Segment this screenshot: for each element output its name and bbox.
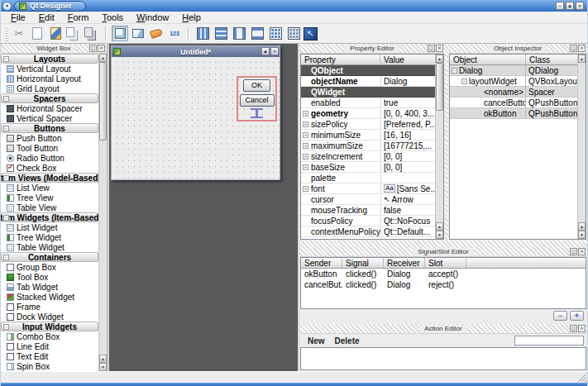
expand-icon[interactable]: +	[303, 186, 308, 192]
object-row[interactable]: −Dialog QDialog	[450, 65, 577, 76]
toolbar-handle[interactable]	[5, 26, 8, 41]
scroll-down-icon[interactable]: ▼	[436, 231, 443, 239]
widget-box-row[interactable]: − Input Widgets	[1, 322, 98, 331]
edit-signals-slots-icon[interactable]	[130, 26, 146, 41]
column-header[interactable]: Value	[380, 55, 435, 64]
close-panel-icon[interactable]: ×	[578, 248, 586, 255]
widget-box-scrollbar[interactable]: ▲ ▲ ▼	[98, 54, 107, 371]
widget-box-row[interactable]: − Spacers	[1, 93, 98, 103]
layout-vertical-splitter-icon[interactable]	[249, 26, 265, 41]
widget-box-row[interactable]: Stacked Widget	[1, 292, 98, 302]
column-header[interactable]: Signal	[342, 258, 384, 268]
section-collapse-icon[interactable]: −	[3, 324, 9, 330]
expand-icon[interactable]: +	[303, 132, 308, 138]
widget-box-row[interactable]: − Item Views (Model-Based)	[1, 173, 98, 183]
property-value[interactable]: true	[381, 98, 435, 107]
layout-grid-icon[interactable]	[267, 26, 284, 41]
section-collapse-icon[interactable]: −	[3, 175, 9, 181]
widget-box-row[interactable]: Tool Button	[1, 143, 98, 153]
property-value[interactable]: [16777215,...	[381, 141, 435, 150]
expand-icon[interactable]: +	[303, 154, 308, 160]
widget-box-titlebar[interactable]: Widget Box ◻ ×	[1, 44, 107, 54]
delete-action-button[interactable]: Delete	[335, 336, 360, 345]
widget-box-row[interactable]: List View	[1, 183, 98, 193]
ok-button[interactable]: OK	[243, 79, 270, 92]
property-value[interactable]: [0, 0]	[381, 152, 435, 161]
object-row[interactable]: cancelButton QPushButton	[450, 98, 577, 108]
cancel-button[interactable]: Cancel	[240, 94, 275, 107]
form-shade-button[interactable]: ▲	[261, 47, 270, 55]
layout-horizontal-icon[interactable]	[194, 26, 211, 41]
scroll-down-icon[interactable]: ▼	[99, 363, 107, 371]
widget-box-row[interactable]: Radio Button	[1, 153, 98, 163]
scroll-up-icon[interactable]: ▲	[578, 222, 586, 231]
close-button[interactable]: ×	[576, 2, 584, 10]
widget-box-row[interactable]: Horizontal Spacer	[1, 103, 98, 113]
widget-box-row[interactable]: Vertical Layout	[1, 64, 98, 74]
widget-box-row[interactable]: Tab Widget	[1, 282, 98, 292]
widget-box-row[interactable]: Group Box	[1, 262, 98, 272]
collapse-icon[interactable]: −	[461, 79, 467, 84]
menu-item[interactable]: Window	[130, 12, 175, 22]
column-header[interactable]: Slot	[425, 258, 466, 268]
property-row[interactable]: enabled true	[301, 98, 435, 108]
section-collapse-icon[interactable]: −	[3, 215, 9, 221]
property-row[interactable]: + baseSize [0, 0]	[301, 162, 435, 173]
column-header[interactable]: Sender	[301, 258, 342, 268]
selected-vbox-layout[interactable]: OK Cancel	[237, 76, 277, 122]
section-collapse-icon[interactable]: −	[3, 56, 9, 62]
paste-icon[interactable]	[84, 26, 100, 41]
expand-icon[interactable]: +	[303, 111, 308, 117]
menu-item[interactable]: Edit	[32, 12, 61, 22]
form-document-icon[interactable]	[47, 26, 64, 41]
property-value[interactable]: [0, 0]	[381, 163, 435, 172]
widget-box-row[interactable]: Spin Box	[1, 361, 98, 371]
panel-splitter[interactable]	[299, 241, 587, 247]
object-inspector-titlebar[interactable]: Object Inspector ◻ ×	[448, 44, 587, 54]
edit-widgets-icon[interactable]	[112, 26, 128, 41]
connection-row[interactable]: okButton clicked() Dialog accept()	[301, 269, 586, 279]
widget-box-row[interactable]: Table View	[1, 203, 98, 212]
form-canvas[interactable]: OK Cancel	[112, 57, 280, 179]
property-row[interactable]: QObject	[301, 65, 435, 76]
layout-vertical-icon[interactable]	[213, 26, 229, 41]
action-list[interactable]	[300, 347, 586, 370]
property-value[interactable]: Qt::NoFocus	[381, 217, 435, 226]
menu-item[interactable]: Help	[175, 12, 208, 22]
action-filter-input[interactable]	[514, 336, 584, 345]
widget-box-row[interactable]: Check Box	[1, 163, 98, 173]
property-row[interactable]: + sizePolicy [Preferred, P...	[301, 119, 435, 130]
section-collapse-icon[interactable]: −	[3, 96, 9, 102]
property-row[interactable]: mouseTracking false	[301, 205, 435, 216]
menu-item[interactable]: Form	[61, 12, 96, 22]
menu-item[interactable]: File	[4, 12, 32, 22]
widget-box-row[interactable]: − Layouts	[1, 54, 98, 64]
collapse-icon[interactable]: −	[452, 68, 457, 74]
property-editor-titlebar[interactable]: Property Editor ◻ ×	[299, 44, 445, 54]
property-row[interactable]: + maximumSize [16777215,...	[301, 141, 435, 151]
scroll-up-icon[interactable]: ▲	[99, 54, 107, 62]
close-panel-icon[interactable]: ×	[578, 325, 586, 332]
property-row[interactable]: cursor ↖Arrow	[301, 194, 435, 205]
object-inspector-scrollbar[interactable]: ▲ ▲ ▼	[577, 55, 586, 239]
adjust-size-icon[interactable]: ↖	[304, 27, 318, 41]
property-value[interactable]: [16, 16]	[381, 131, 435, 140]
widget-box-row[interactable]: Grid Layout	[1, 83, 98, 93]
break-layout-icon[interactable]	[285, 26, 302, 41]
window-menu-button[interactable]: ▾	[2, 2, 12, 11]
property-value[interactable]: Qt::Default...	[381, 227, 435, 236]
property-row[interactable]: palette	[301, 173, 435, 183]
menu-item[interactable]: Tools	[95, 12, 130, 22]
widget-box-row[interactable]: Text Edit	[1, 351, 98, 361]
property-row[interactable]: + font Aa[Sans Se...	[301, 183, 435, 194]
property-row[interactable]: focusPolicy Qt::NoFocus	[301, 216, 435, 226]
remove-connection-button[interactable]: −	[553, 311, 567, 321]
property-value[interactable]: Aa[Sans Se...	[381, 184, 435, 193]
object-row[interactable]: <noname> Spacer	[450, 87, 577, 98]
signal-slot-titlebar[interactable]: Signal/Slot Editor ◻ ×	[299, 247, 587, 257]
float-panel-icon[interactable]: ◻	[570, 45, 577, 52]
scrollbar-thumb[interactable]	[99, 62, 107, 141]
minimize-button[interactable]: −	[556, 2, 564, 10]
close-panel-icon[interactable]: ×	[578, 45, 586, 52]
widget-box-row[interactable]: Vertical Spacer	[1, 113, 98, 123]
